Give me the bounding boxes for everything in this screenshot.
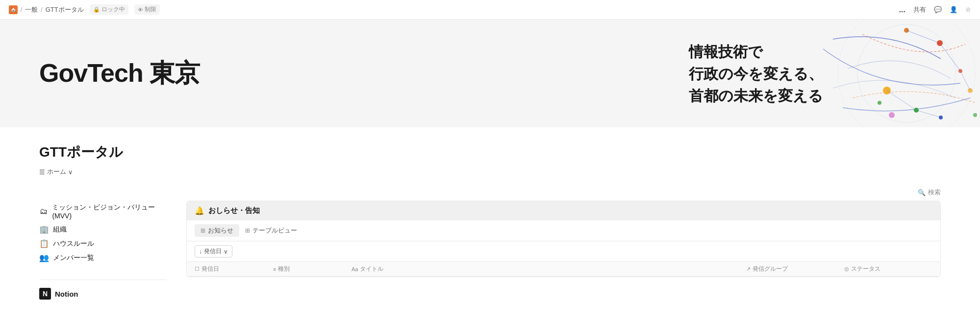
main-layout: 🗂 ミッション・ビジョン・バリュー (MVV) 🏢 組織 📋 ハウスルール 👥 …: [39, 201, 941, 300]
sidebar-item-houserules[interactable]: 📋 ハウスルール: [39, 236, 167, 251]
content-area: 🔔 おしらせ・告知 ⊞ お知らせ ⊞ テーブルビュー: [186, 201, 941, 300]
svg-point-1: [857, 24, 955, 122]
page-content: GTTポータル ☰ ホーム ∨ 🔍 検索 🗂 ミッション・ビジョン・バリュー (…: [0, 127, 980, 309]
filter-arrow: ↓: [199, 248, 202, 255]
sidebar-item-label-mvv: ミッション・ビジョン・バリュー (MVV): [52, 203, 167, 220]
svg-point-9: [889, 112, 895, 118]
filter-button[interactable]: ↓ 発信日 ∨: [195, 245, 232, 257]
breadcrumb-general[interactable]: 一般: [25, 5, 38, 14]
search-icon: 🔍: [918, 189, 926, 196]
col-label-title: タイトル: [360, 265, 383, 273]
col-icon-group: ↗: [746, 266, 751, 272]
notice-header: 🔔 おしらせ・告知: [187, 201, 940, 220]
col-icon-status: ◎: [844, 266, 849, 272]
search-button[interactable]: 🔍 検索: [918, 188, 941, 197]
notice-header-label: おしらせ・告知: [208, 206, 260, 215]
hero-tagline: 情報技術で 行政の今を変える、 首都の未来を変える: [689, 41, 823, 107]
lock-badge: 🔒 ロック中: [90, 4, 128, 15]
col-header-date: ☐ 発信日: [195, 265, 273, 273]
top-nav-right: ... 共有 💬 👤 ☆: [899, 5, 971, 14]
notion-label: Notion: [55, 290, 78, 298]
sidebar-item-members[interactable]: 👥 メンバー一覧: [39, 251, 167, 265]
tagline-line1: 情報技術で: [689, 41, 823, 63]
top-nav: 🏠 / 一般 / GTTポータル 🔒 ロック中 👁 制限 ... 共有 💬 👤 …: [0, 0, 980, 20]
col-header-title: Aa タイトル: [352, 265, 746, 273]
tagline-line2: 行政の今を変える、: [689, 63, 823, 85]
svg-point-8: [878, 101, 881, 105]
breadcrumb-area: 🏠 / 一般 / GTTポータル 🔒 ロック中 👁 制限: [9, 4, 160, 15]
sidebar-item-label-members: メンバー一覧: [53, 254, 94, 262]
col-label-date: 発信日: [201, 265, 219, 273]
hero-title: GovTech 東京: [39, 56, 200, 91]
breadcrumb-sep-2: /: [41, 6, 42, 13]
star-icon[interactable]: ☆: [965, 6, 971, 13]
restrict-badge: 👁 制限: [134, 4, 160, 15]
members-icon: 👥: [39, 253, 49, 262]
svg-line-12: [906, 30, 940, 43]
restrict-label: 制限: [145, 5, 156, 14]
breadcrumb-portal[interactable]: GTTポータル: [46, 5, 84, 14]
sidebar-item-org[interactable]: 🏢 組織: [39, 222, 167, 236]
notice-tabs: ⊞ お知らせ ⊞ テーブルビュー: [187, 220, 940, 241]
share-button[interactable]: 共有: [913, 5, 926, 14]
filter-row: ↓ 発信日 ∨: [187, 241, 940, 262]
tab-icon-1: ⊞: [201, 227, 205, 234]
home-nav-icon: ☰: [39, 168, 45, 176]
search-label: 検索: [928, 188, 941, 197]
col-label-type: 種別: [278, 265, 290, 273]
svg-line-14: [887, 91, 916, 110]
sidebar-bottom: N Notion: [39, 280, 167, 300]
notice-section: 🔔 おしらせ・告知 ⊞ お知らせ ⊞ テーブルビュー: [186, 201, 941, 277]
col-header-type: ≡ 種別: [273, 265, 352, 273]
more-button[interactable]: ...: [899, 5, 905, 14]
home-nav-chevron: ∨: [68, 168, 73, 176]
lock-icon: 🔒: [93, 6, 100, 13]
col-label-group: 発信グループ: [753, 265, 788, 273]
tab-label-tableview: テーブルビュー: [252, 226, 297, 235]
svg-point-0: [838, 20, 975, 127]
col-icon-date: ☐: [195, 266, 200, 272]
col-icon-type: ≡: [273, 266, 276, 272]
col-header-status: ◎ ステータス: [844, 265, 932, 273]
bell-icon: 🔔: [195, 206, 204, 215]
houserules-icon: 📋: [39, 239, 49, 248]
user-icon[interactable]: 👤: [950, 6, 957, 13]
sidebar: 🗂 ミッション・ビジョン・バリュー (MVV) 🏢 組織 📋 ハウスルール 👥 …: [39, 201, 167, 300]
eye-icon: 👁: [138, 7, 143, 13]
notion-badge[interactable]: N Notion: [39, 288, 167, 300]
tagline-line3: 首都の未来を変える: [689, 85, 823, 107]
tab-oshirase[interactable]: ⊞ お知らせ: [195, 224, 239, 237]
sidebar-item-label-houserules: ハウスルール: [53, 239, 94, 248]
tab-label-oshirase: お知らせ: [208, 226, 233, 235]
col-header-group: ↗ 発信グループ: [746, 265, 844, 273]
comment-icon[interactable]: 💬: [934, 6, 942, 13]
home-nav-label: ホーム: [47, 167, 66, 176]
sidebar-item-label-org: 組織: [53, 225, 67, 234]
filter-label: 発信日: [204, 247, 222, 256]
breadcrumb-sep-1: /: [21, 6, 22, 13]
mvv-icon: 🗂: [39, 207, 48, 216]
col-label-status: ステータス: [851, 265, 880, 273]
svg-line-16: [960, 71, 970, 91]
hero-banner: GovTech 東京 情報技術で 行政の今を変える、 首都の未来を変える: [0, 20, 980, 127]
filter-chevron: ∨: [224, 248, 228, 255]
content-wrapper: 🔍 検索 🗂 ミッション・ビジョン・バリュー (MVV) 🏢 組織 📋 ハウスル…: [39, 188, 941, 300]
col-icon-title: Aa: [352, 266, 358, 272]
search-area: 🔍 検索: [39, 188, 941, 197]
sidebar-item-mvv[interactable]: 🗂 ミッション・ビジョン・バリュー (MVV): [39, 201, 167, 222]
svg-point-11: [973, 113, 977, 117]
lock-label: ロック中: [101, 5, 125, 14]
tab-icon-2: ⊞: [245, 227, 250, 234]
org-icon: 🏢: [39, 225, 49, 234]
svg-line-15: [916, 110, 941, 117]
home-icon[interactable]: 🏠: [9, 5, 18, 14]
table-header: ☐ 発信日 ≡ 種別 Aa タイトル ↗ 発信グ: [187, 262, 940, 277]
tab-tableview[interactable]: ⊞ テーブルビュー: [239, 224, 303, 237]
home-nav[interactable]: ☰ ホーム ∨: [39, 167, 941, 176]
notion-n-icon: N: [39, 288, 51, 300]
page-title: GTTポータル: [39, 143, 941, 162]
